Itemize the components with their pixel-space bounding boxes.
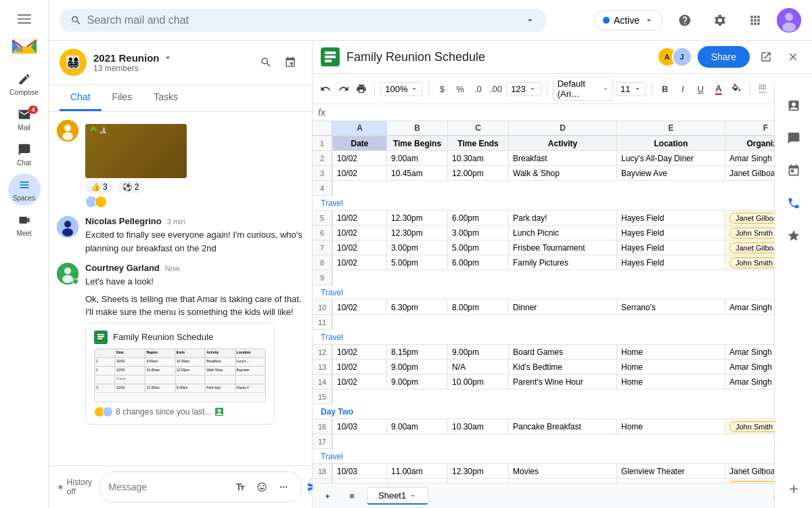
time-begins-cell[interactable]: 9.00am [387,151,448,166]
date-cell[interactable]: 10/03 [333,464,387,479]
location-cell[interactable]: Hayes Field [617,211,725,226]
date-cell[interactable]: 10/02 [333,300,387,315]
redo-button[interactable] [336,79,351,98]
share-button[interactable]: Share [698,46,750,68]
activity-cell[interactable]: Lunch Picnic [509,226,617,240]
time-ends-cell[interactable]: 9.00pm [448,345,509,360]
help-button[interactable] [671,7,698,34]
time-begins-cell[interactable]: 11.00am [387,464,448,479]
activity-cell[interactable]: Frisbee Tournament [509,240,617,255]
sidebar-item-chat[interactable]: Chat [8,138,41,171]
close-sheet-button[interactable] [782,46,804,68]
location-cell[interactable]: Lucy's All-Day Diner [617,151,725,166]
col-label-date[interactable]: Date [333,136,387,151]
chat-pin-button[interactable] [279,51,301,73]
time-ends-cell[interactable]: 10.00pm [448,375,509,389]
time-ends-cell[interactable]: 8.00pm [448,300,509,315]
col-label-location[interactable]: Location [617,136,725,151]
date-cell[interactable]: 10/02 [333,345,387,360]
time-ends-cell[interactable]: 6.00pm [448,211,509,226]
borders-button[interactable] [756,79,771,98]
history-toggle[interactable]: History off [57,478,94,496]
location-cell[interactable]: Home [617,419,725,434]
time-begins-cell[interactable]: 6.30pm [387,300,448,315]
time-begins-cell[interactable]: 9.00pm [387,360,448,375]
search-input[interactable] [87,14,520,26]
location-cell[interactable]: Bayview Ave [617,166,725,181]
bold-button[interactable]: B [657,79,672,98]
activity-cell[interactable]: Lunch [509,479,617,483]
activity-cell[interactable]: Kid's Bedtime [509,360,617,375]
tab-tasks[interactable]: Tasks [143,85,189,111]
font-size-selector[interactable]: 11 [616,82,646,96]
col-header-d[interactable]: D [509,121,617,136]
underline-button[interactable]: U [693,79,708,98]
location-cell[interactable]: Glenview Theater [617,464,725,479]
time-begins-cell[interactable]: 8.15pm [387,345,448,360]
col-header-c[interactable]: C [448,121,509,136]
open-new-window-button[interactable] [755,46,777,68]
location-cell[interactable]: Hayes Field [617,226,725,240]
time-begins-cell[interactable]: 12.30pm [387,226,448,240]
fill-color-button[interactable] [729,79,744,98]
location-cell[interactable]: 4th Street Grille [617,479,725,483]
more-options-button[interactable] [274,478,293,496]
col-header-e[interactable]: E [617,121,725,136]
currency-button[interactable]: $ [434,79,449,98]
activity-cell[interactable]: Park day! [509,211,617,226]
time-begins-cell[interactable]: 10.45am [387,166,448,181]
date-cell[interactable]: 10/02 [333,375,387,389]
reaction-soccer[interactable]: ⚽ 2 [117,181,145,193]
tab-chat[interactable]: Chat [60,85,102,111]
active-status-button[interactable]: Active [594,10,663,30]
reaction-thumbs-up[interactable]: 👍 3 [85,181,113,193]
time-begins-cell[interactable]: 5.00pm [387,255,448,270]
hamburger-menu[interactable] [12,7,37,31]
location-cell[interactable]: Home [617,360,725,375]
search-box[interactable] [60,9,547,32]
sidebar-item-meet[interactable]: Meet [8,209,41,241]
time-ends-cell[interactable]: 10.30am [448,151,509,166]
sidebar-item-compose[interactable]: Compose [8,68,41,100]
sheet-tab-dropdown-icon[interactable] [409,492,417,500]
chat-message-input[interactable] [108,482,227,492]
formula-input[interactable] [331,108,807,118]
right-panel-phone-icon[interactable] [780,190,807,217]
time-ends-cell[interactable]: 12.00pm [448,166,509,181]
apps-button[interactable] [742,7,769,34]
italic-button[interactable]: I [675,79,690,98]
date-cell[interactable]: 10/02 [333,166,387,181]
zoom-selector[interactable]: 100% [380,82,423,96]
sheet-tab-1[interactable]: Sheet1 [367,487,428,505]
search-dropdown-icon[interactable] [524,14,536,26]
activity-cell[interactable]: Parent's Wine Hour [509,375,617,389]
activity-cell[interactable]: Board Games [509,345,617,360]
chat-search-button[interactable] [255,51,277,73]
right-panel-add-icon[interactable] [780,475,807,503]
tab-files[interactable]: Files [102,85,143,111]
chat-input-box[interactable] [99,471,302,503]
date-cell[interactable]: 10/02 [333,151,387,166]
date-cell[interactable]: 10/03 [333,479,387,483]
print-button[interactable] [354,79,369,98]
time-begins-cell[interactable]: 3.00pm [387,240,448,255]
date-cell[interactable]: 10/02 [333,360,387,375]
time-begins-cell[interactable]: 9.00pm [387,375,448,389]
right-panel-chat-icon[interactable] [780,125,807,152]
text-color-button[interactable]: A [711,79,726,98]
col-header-a[interactable]: A [333,121,387,136]
activity-cell[interactable]: Breakfast [509,151,617,166]
activity-cell[interactable]: Pancake Breakfast [509,419,617,434]
add-sheet-button[interactable]: + [318,486,337,505]
settings-button[interactable] [706,7,734,34]
sheet-list-button[interactable]: ≡ [342,486,361,505]
right-panel-tasks-icon[interactable] [780,92,807,119]
time-ends-cell[interactable]: 12.30pm [448,464,509,479]
time-ends-cell[interactable]: 2.00pm [448,479,509,483]
activity-cell[interactable]: Family Pictures [509,255,617,270]
location-cell[interactable]: Hayes Field [617,240,725,255]
time-ends-cell[interactable]: 5.00pm [448,240,509,255]
percent-button[interactable]: % [453,79,468,98]
time-ends-cell[interactable]: N/A [448,360,509,375]
undo-button[interactable] [318,79,333,98]
